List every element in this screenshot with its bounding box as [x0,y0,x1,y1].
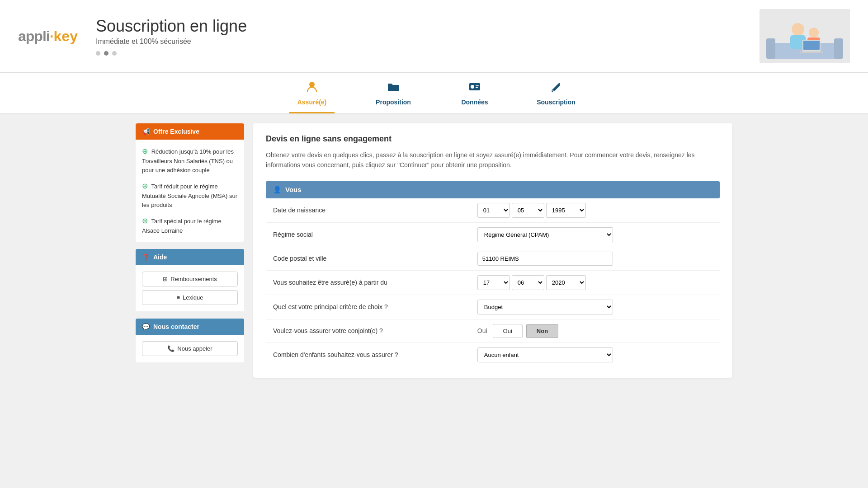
offre-item-2: ⊕ Tarif réduit pour le régime Mutualité … [142,181,238,209]
lexique-label: Lexique [183,294,203,301]
svg-rect-15 [476,87,478,88]
critere-choix-select[interactable]: Budget Niveau de garanties Rapport quali… [477,300,613,314]
aide-title: Aide [153,253,167,261]
megaphone-icon: 📢 [142,128,150,135]
tab-proposition-label: Proposition [376,99,411,106]
enfants-select[interactable]: Aucun enfant 1 enfant 2 enfants 3 enfant… [477,347,613,362]
offre-item-1: ⊕ Réduction jusqu'à 10% pour les Travail… [142,146,238,174]
page-title: Souscription en ligne [96,17,760,36]
form-intro-title: Devis en ligne sans engagement [266,134,720,144]
conjoint-radio-group: Oui Oui Non [477,324,712,338]
question-icon: ❓ [142,253,150,261]
dot-1[interactable] [96,51,100,56]
chat-icon: 💬 [142,323,150,330]
enfants-label: Combien d'enfants souhaitez-vous assurer… [266,343,470,367]
date-naissance-row: Date de naissance 01 02 03 04 05 [266,198,720,223]
tab-proposition[interactable]: Proposition [371,80,416,113]
logo-dash: · [50,28,54,45]
date-naissance-label: Date de naissance [266,198,470,223]
contact-header: 💬 Nous contacter [136,319,244,335]
conjoint-non-button[interactable]: Non [526,324,558,338]
date-naissance-controls: 01 02 03 04 05 01 02 03 [470,198,720,223]
phone-icon: 📞 [167,345,175,352]
dot-3[interactable] [112,51,117,56]
logo-appli: appli [18,28,50,45]
content-card: Devis en ligne sans engagement Obtenez v… [253,123,732,378]
svg-rect-14 [476,85,479,86]
assurance-month-select[interactable]: 05 06 07 [512,275,544,290]
dob-month-select[interactable]: 01 02 03 04 05 06 [512,203,544,218]
header: appli · key Souscription en ligne Immédi… [0,0,868,73]
code-postal-input[interactable] [477,252,613,266]
dot-2[interactable] [104,51,108,56]
nous-appeler-button[interactable]: 📞 Nous appeler [142,341,238,356]
vous-section-header: 👤 Vous [266,181,720,198]
header-title-area: Souscription en ligne Immédiate et 100% … [96,17,760,56]
code-postal-label: Code postal et ville [266,247,470,270]
enfants-row: Combien d'enfants souhaitez-vous assurer… [266,343,720,367]
page-subtitle: Immédiate et 100% sécurisée [96,38,760,46]
remboursements-button[interactable]: ⊞ Remboursements [142,272,238,286]
person-icon [305,80,319,97]
tab-souscription-label: Souscription [537,99,576,106]
remb-icon: ⊞ [163,276,168,282]
carousel-dots [96,51,760,56]
contact-section: 💬 Nous contacter 📞 Nous appeler [136,319,244,362]
remboursements-label: Remboursements [170,276,217,282]
offre-item-3: ⊕ Tarif spécial pour le régime Alsace Lo… [142,216,238,235]
offre-item-2-text: Tarif réduit pour le régime Mutualité So… [142,183,237,208]
oui-label: Oui [477,327,487,334]
code-postal-control [470,247,720,270]
date-naissance-date-selects: 01 02 03 04 05 01 02 03 [477,203,712,218]
tab-souscription[interactable]: Souscription [533,80,579,113]
tab-donnees[interactable]: Données [452,80,497,113]
tab-assure[interactable]: Assuré(e) [289,80,335,113]
conjoint-oui-button[interactable]: Oui [493,324,523,338]
code-postal-row: Code postal et ville [266,247,720,270]
logo-key: key [54,28,78,45]
conjoint-label: Voulez-vous assurer votre conjoint(e) ? [266,319,470,343]
form-table: Date de naissance 01 02 03 04 05 [266,198,720,367]
svg-point-4 [792,23,804,36]
offre-item-3-text: Tarif spécial pour le régime Alsace Lorr… [142,218,222,234]
sidebar: 📢 Offre Exclusive ⊕ Réduction jusqu'à 10… [136,123,244,378]
tab-donnees-label: Données [461,99,488,106]
aide-header: ❓ Aide [136,249,244,265]
regime-social-select[interactable]: Régime Général (CPAM) MSA TNS Alsace Lor… [477,227,613,242]
tab-assure-label: Assuré(e) [297,99,327,106]
date-assurance-label: Vous souhaitez être assuré(e) à partir d… [266,270,470,295]
logo: appli · key [18,28,78,45]
nous-appeler-label: Nous appeler [177,345,212,352]
header-illustration [760,9,850,63]
offre-exclusive-title: Offre Exclusive [153,128,199,135]
form-intro-text: Obtenez votre devis en quelques clics, p… [266,150,720,170]
vous-person-icon: 👤 [273,186,282,194]
svg-rect-2 [766,38,775,59]
dob-year-select[interactable]: 1993 1994 1995 1996 [546,203,586,218]
contact-title: Nous contacter [153,323,199,330]
offre-exclusive-body: ⊕ Réduction jusqu'à 10% pour les Travail… [136,140,244,242]
offre-exclusive-section: 📢 Offre Exclusive ⊕ Réduction jusqu'à 10… [136,123,244,242]
folder-icon [387,80,400,97]
dob-day-select[interactable]: 01 02 03 04 05 [477,203,510,218]
date-assurance-controls: 16 17 18 05 06 07 2020 [470,270,720,295]
plus-icon-2: ⊕ [142,182,148,190]
assurance-day-select[interactable]: 16 17 18 [477,275,510,290]
list-icon: ≡ [176,294,180,301]
lexique-button[interactable]: ≡ Lexique [142,290,238,305]
aide-body: ⊞ Remboursements ≡ Lexique [136,265,244,311]
contact-body: 📞 Nous appeler [136,335,244,362]
nav-tabs: Assuré(e) Proposition Données [0,73,868,114]
aide-section: ❓ Aide ⊞ Remboursements ≡ Lexique [136,249,244,311]
plus-icon-3: ⊕ [142,217,148,225]
regime-social-row: Régime social Régime Général (CPAM) MSA … [266,222,720,247]
offre-exclusive-header: 📢 Offre Exclusive [136,123,244,140]
regime-social-control: Régime Général (CPAM) MSA TNS Alsace Lor… [470,222,720,247]
assurance-year-select[interactable]: 2020 2021 2022 [546,275,586,290]
main-content: Devis en ligne sans engagement Obtenez v… [253,123,732,378]
date-assurance-row: Vous souhaitez être assuré(e) à partir d… [266,270,720,295]
regime-social-label: Régime social [266,222,470,247]
svg-rect-9 [803,41,820,50]
svg-point-13 [471,85,474,89]
plus-icon-1: ⊕ [142,147,148,155]
